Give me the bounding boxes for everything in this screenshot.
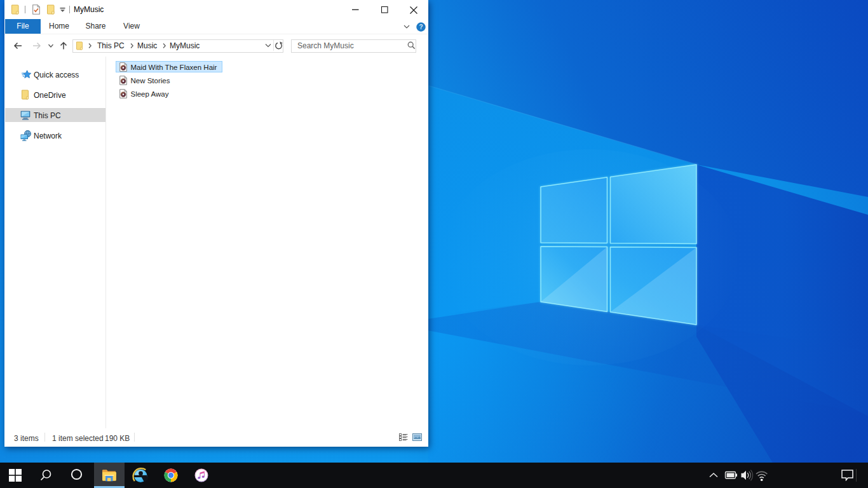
svg-text:?: ? xyxy=(419,24,423,30)
